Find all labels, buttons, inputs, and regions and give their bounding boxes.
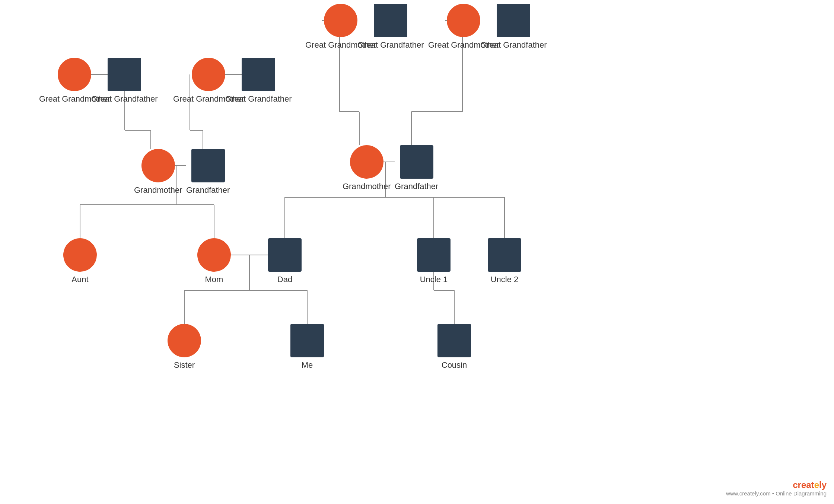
node-gg-patmat-m: Great Grandfather — [91, 58, 158, 104]
node-cousin: Cousin — [437, 324, 471, 370]
uncle2-label: Uncle 2 — [491, 275, 519, 284]
dad-shape — [268, 238, 302, 272]
node-dad: Dad — [268, 238, 302, 284]
gf-pat-shape — [191, 149, 225, 182]
gm-pat-label: Grandmother — [134, 185, 182, 195]
gf-pat-label: Grandfather — [186, 185, 230, 195]
uncle1-shape — [417, 238, 451, 272]
node-sister: Sister — [168, 324, 201, 370]
node-gf-mat: Grandfather — [395, 145, 438, 191]
gg-matmat-f-shape — [447, 4, 480, 37]
watermark: creately www.creately.com • Online Diagr… — [726, 480, 827, 497]
node-gf-pat: Grandfather — [186, 149, 230, 195]
brand-tagline: www.creately.com • Online Diagramming — [726, 490, 827, 497]
node-uncle2: Uncle 2 — [488, 238, 521, 284]
gg-matmat-m-shape — [497, 4, 530, 37]
node-gm-pat: Grandmother — [134, 149, 182, 195]
gf-mat-shape — [400, 145, 433, 179]
gm-pat-shape — [141, 149, 175, 182]
aunt-shape — [63, 238, 97, 272]
mom-label: Mom — [205, 275, 223, 284]
sister-label: Sister — [174, 360, 195, 370]
me-label: Me — [302, 360, 313, 370]
gg-patpat-m-shape — [242, 58, 275, 91]
gm-mat-label: Grandmother — [343, 182, 391, 191]
node-gg-matpat-m: Great Grandfather — [357, 4, 424, 50]
gg-matpat-f-shape — [324, 4, 357, 37]
node-aunt: Aunt — [63, 238, 97, 284]
me-shape — [290, 324, 324, 357]
gg-patpat-m-label: Great Grandfather — [225, 94, 292, 104]
sister-shape — [168, 324, 201, 357]
gg-patpat-f-shape — [192, 58, 225, 91]
uncle2-shape — [488, 238, 521, 272]
gg-patmat-m-label: Great Grandfather — [91, 94, 158, 104]
node-gg-matmat-m: Great Grandfather — [480, 4, 547, 50]
uncle1-label: Uncle 1 — [420, 275, 448, 284]
cousin-shape — [437, 324, 471, 357]
gg-matpat-m-shape — [374, 4, 407, 37]
gg-matpat-m-label: Great Grandfather — [357, 40, 424, 50]
node-gg-patpat-m: Great Grandfather — [225, 58, 292, 104]
cousin-label: Cousin — [442, 360, 467, 370]
node-uncle1: Uncle 1 — [417, 238, 451, 284]
brand-logo: creately — [726, 480, 827, 490]
gm-mat-shape — [350, 145, 383, 179]
brand-name: creately — [793, 480, 827, 490]
aunt-label: Aunt — [71, 275, 88, 284]
gg-patmat-m-shape — [108, 58, 141, 91]
dad-label: Dad — [277, 275, 292, 284]
gg-patmat-f-shape — [58, 58, 91, 91]
family-tree-diagram: Great Grandmother Great Grandfather Grea… — [0, 0, 834, 504]
gg-matmat-m-label: Great Grandfather — [480, 40, 547, 50]
node-me: Me — [290, 324, 324, 370]
node-mom: Mom — [197, 238, 231, 284]
mom-shape — [197, 238, 231, 272]
gf-mat-label: Grandfather — [395, 182, 438, 191]
node-gm-mat: Grandmother — [343, 145, 391, 191]
